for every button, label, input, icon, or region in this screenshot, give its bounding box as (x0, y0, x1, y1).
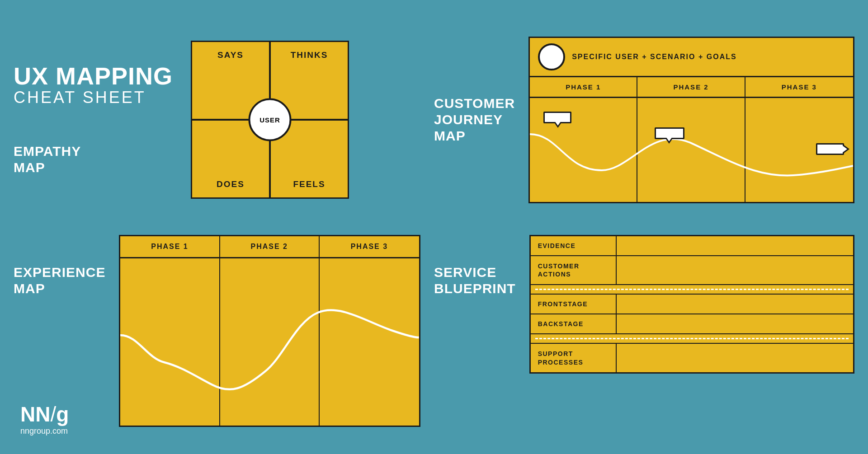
nng-url: nngroup.com (20, 426, 69, 436)
user-avatar-circle (538, 43, 565, 70)
exp-map-label: EXPERIENCE MAP (14, 264, 105, 297)
sb-dashed-separator-2 (531, 334, 853, 344)
arrow-bubble-1 (816, 143, 844, 155)
sb-frontstage-label: FRONTSTAGE (531, 295, 617, 314)
service-blueprint-grid: EVIDENCE CUSTOMER ACTIONS FRONTSTAGE BAC… (529, 235, 854, 374)
sb-evidence-row: EVIDENCE (531, 236, 853, 256)
cjm-body (530, 98, 853, 202)
nng-logo-text: NN/g (20, 404, 69, 425)
scenario-text: SPECIFIC USER + SCENARIO + GOALS (572, 53, 737, 61)
cjm-scenario-row: SPECIFIC USER + SCENARIO + GOALS (530, 38, 853, 77)
sb-support-content (617, 344, 853, 372)
sb-frontstage-row: FRONTSTAGE (531, 295, 853, 314)
cjm-phase3-header: PHASE 3 (745, 77, 853, 97)
cjm-phase1-header: PHASE 1 (530, 77, 637, 97)
exp-wave-svg (120, 258, 419, 426)
exp-phase3-header: PHASE 3 (320, 236, 419, 257)
sb-backstage-content (617, 314, 853, 333)
exp-phase1-header: PHASE 1 (120, 236, 220, 257)
sb-backstage-label: BACKSTAGE (531, 314, 617, 333)
sb-label: SERVICE BLUEPRINT (434, 264, 516, 297)
sb-support-row: SUPPORT PROCESSES (531, 344, 853, 372)
dashed-line-1 (535, 289, 849, 290)
sb-dashed-separator-1 (531, 285, 853, 295)
sb-customer-actions-content (617, 256, 853, 284)
cjm-label: CUSTOMER JOURNEY MAP (434, 95, 515, 144)
sb-frontstage-content (617, 295, 853, 314)
top-right-section: CUSTOMER JOURNEY MAP SPECIFIC USER + SCE… (434, 14, 854, 226)
nng-logo-block: NN/g nngroup.com (20, 404, 69, 436)
bottom-left-section: EXPERIENCE MAP PHASE 1 PHASE 2 PHASE 3 (14, 235, 420, 440)
title-and-empathy-label: UX MAPPING CHEAT SHEET EMPATHY MAP (14, 64, 173, 176)
dashed-line-2 (535, 338, 849, 339)
exp-phase2-header: PHASE 2 (220, 236, 320, 257)
bottom-right-section: SERVICE BLUEPRINT EVIDENCE CUSTOMER ACTI… (434, 235, 854, 440)
empathy-map-grid: SAYS THINKS DOES FEELS USER (191, 41, 349, 199)
sb-backstage-row: BACKSTAGE (531, 314, 853, 334)
speech-bubble-2-tail-inner (666, 137, 672, 141)
cjm-phase2-header: PHASE 2 (637, 77, 745, 97)
sb-customer-actions-label: CUSTOMER ACTIONS (531, 256, 617, 284)
user-circle: USER (249, 98, 292, 141)
cjm-phases-row: PHASE 1 PHASE 2 PHASE 3 (530, 77, 853, 98)
sb-customer-actions-row: CUSTOMER ACTIONS (531, 256, 853, 285)
cheat-sheet-subtitle: CHEAT SHEET (14, 88, 173, 107)
speech-bubble-2 (655, 127, 684, 139)
exp-phases-row: PHASE 1 PHASE 2 PHASE 3 (120, 236, 419, 258)
speech-bubble-1-tail-inner (555, 121, 561, 126)
experience-map-grid: PHASE 1 PHASE 2 PHASE 3 (119, 235, 420, 427)
sb-support-label: SUPPORT PROCESSES (531, 344, 617, 372)
arrow-right-inner (842, 145, 847, 153)
customer-journey-map-grid: SPECIFIC USER + SCENARIO + GOALS PHASE 1… (528, 37, 854, 203)
speech-bubble-1 (543, 112, 571, 123)
cjm-wave-svg (530, 98, 853, 202)
exp-body (120, 258, 419, 426)
ux-mapping-title: UX MAPPING (14, 64, 173, 88)
empathy-map-label: EMPATHY MAP (14, 143, 173, 176)
sb-evidence-content (617, 236, 853, 255)
top-left-section: UX MAPPING CHEAT SHEET EMPATHY MAP SAYS … (14, 14, 420, 226)
sb-evidence-label: EVIDENCE (531, 236, 617, 255)
